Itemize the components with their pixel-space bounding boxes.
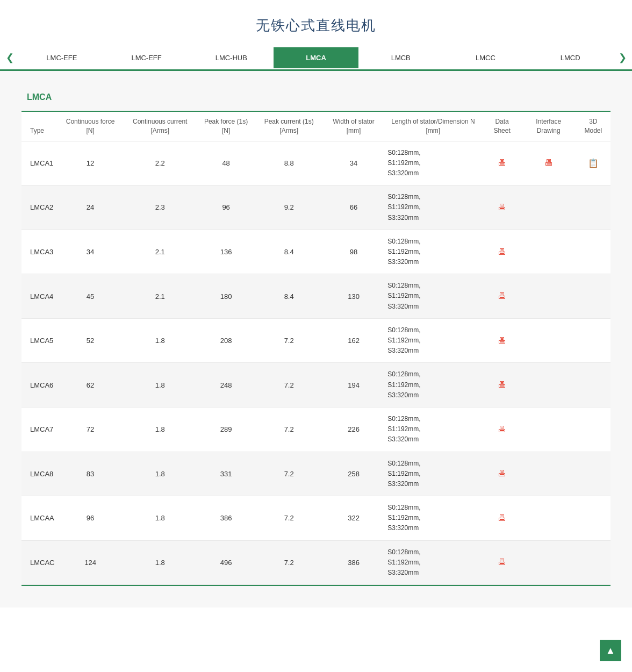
cell-type: LMCA5 [21,318,59,363]
cell-data-sheet[interactable]: 🖶 [483,318,521,363]
cell-continuous-current: 1.8 [122,496,198,541]
cell-data-sheet[interactable]: 🖶 [483,496,521,541]
cell-width-stator: 258 [324,452,383,496]
cell-continuous-current: 1.8 [122,452,198,496]
cell-data-sheet[interactable]: 🖶 [483,274,521,319]
cell-width-stator: 34 [324,141,383,185]
cell-continuous-force: 45 [59,274,122,319]
cell-continuous-force: 96 [59,496,122,541]
cell-3d-model [576,407,611,452]
page-title: 无铁心式直线电机 [0,0,632,46]
cell-peak-force: 48 [198,141,254,185]
cell-3d-model [576,540,611,585]
cell-continuous-current: 1.8 [122,318,198,363]
col-header-type: Type [21,112,59,141]
table-wrapper: Type Continuous force [N] Continuous cur… [21,111,611,586]
tab-lmc-efe[interactable]: LMC-EFE [19,47,104,68]
col-header-continuous-force: Continuous force [N] [59,112,122,141]
cell-peak-current: 7.2 [254,363,324,408]
cell-data-sheet[interactable]: 🖶 [483,452,521,496]
cell-length-stator: S0:128mm,S1:192mm,S3:320mm [383,540,483,585]
cell-peak-force: 180 [198,274,254,319]
cell-type: LMCA4 [21,274,59,319]
cell-3d-model [576,318,611,363]
cell-interface-drawing [521,540,576,585]
pdf-icon[interactable]: 🖶 [498,336,506,345]
cell-data-sheet[interactable]: 🖶 [483,363,521,408]
tab-lmc-hub[interactable]: LMC-HUB [189,47,274,68]
pdf-icon[interactable]: 🖶 [498,247,506,256]
cell-length-stator: S0:128mm,S1:192mm,S3:320mm [383,407,483,452]
pdf-icon[interactable]: 🖶 [498,469,506,478]
cell-peak-current: 8.8 [254,141,324,185]
cell-3d-model [576,452,611,496]
cell-3d-model [576,185,611,230]
cell-continuous-force: 12 [59,141,122,185]
interface-drawing-icon[interactable]: 🖶 [544,158,553,167]
cell-width-stator: 322 [324,496,383,541]
cell-continuous-current: 1.8 [122,407,198,452]
pdf-icon[interactable]: 🖶 [498,513,506,523]
cell-width-stator: 66 [324,185,383,230]
cell-type: LMCA8 [21,452,59,496]
pdf-icon[interactable]: 🖶 [498,425,506,434]
tab-lmca[interactable]: LMCA [274,47,358,68]
cell-type: LMCA3 [21,230,59,274]
cell-peak-current: 7.2 [254,452,324,496]
cell-interface-drawing [521,452,576,496]
tab-items: LMC-EFE LMC-EFF LMC-HUB LMCA LMCB LMCC L… [19,47,613,68]
cell-width-stator: 194 [324,363,383,408]
cell-peak-current: 9.2 [254,185,324,230]
cell-width-stator: 386 [324,540,383,585]
cell-peak-force: 496 [198,540,254,585]
col-header-length-stator: Length of stator/Dimension N [mm] [383,112,483,141]
cell-peak-current: 7.2 [254,407,324,452]
cell-peak-force: 208 [198,318,254,363]
cell-length-stator: S0:128mm,S1:192mm,S3:320mm [383,363,483,408]
cell-continuous-force: 83 [59,452,122,496]
cell-data-sheet[interactable]: 🖶 [483,540,521,585]
cell-type: LMCAC [21,540,59,585]
cell-data-sheet[interactable]: 🖶 [483,407,521,452]
cell-interface-drawing[interactable]: 🖶 [521,141,576,185]
cell-data-sheet[interactable]: 🖶 [483,141,521,185]
tab-next-arrow[interactable]: ❯ [613,46,632,69]
cell-interface-drawing [521,496,576,541]
pdf-icon[interactable]: 🖶 [498,158,506,167]
3d-model-icon[interactable]: 📋 [588,159,599,168]
cell-continuous-current: 2.1 [122,274,198,319]
tab-lmcb[interactable]: LMCB [358,47,443,68]
pdf-icon[interactable]: 🖶 [498,557,506,567]
cell-length-stator: S0:128mm,S1:192mm,S3:320mm [383,230,483,274]
tab-lmc-eff[interactable]: LMC-EFF [104,47,189,68]
pdf-icon[interactable]: 🖶 [498,380,506,389]
table-row: LMCA1 12 2.2 48 8.8 34 S0:128mm,S1:192mm… [21,141,611,185]
table-row: LMCA8 83 1.8 331 7.2 258 S0:128mm,S1:192… [21,452,611,496]
tab-prev-arrow[interactable]: ❮ [0,46,19,69]
pdf-icon[interactable]: 🖶 [498,291,506,301]
section-title: LMCA [27,92,616,102]
cell-3d-model [576,274,611,319]
cell-peak-current: 8.4 [254,274,324,319]
cell-data-sheet[interactable]: 🖶 [483,185,521,230]
cell-3d-model [576,496,611,541]
table-row: LMCA3 34 2.1 136 8.4 98 S0:128mm,S1:192m… [21,230,611,274]
cell-interface-drawing [521,230,576,274]
cell-peak-force: 96 [198,185,254,230]
cell-interface-drawing [521,274,576,319]
cell-3d-model[interactable]: 📋 [576,141,611,185]
cell-type: LMCA2 [21,185,59,230]
cell-type: LMCA1 [21,141,59,185]
cell-peak-current: 7.2 [254,540,324,585]
cell-continuous-force: 62 [59,363,122,408]
cell-length-stator: S0:128mm,S1:192mm,S3:320mm [383,452,483,496]
pdf-icon[interactable]: 🖶 [498,203,506,212]
cell-peak-force: 331 [198,452,254,496]
tab-lmcc[interactable]: LMCC [443,47,528,68]
cell-interface-drawing [521,363,576,408]
table-row: LMCA6 62 1.8 248 7.2 194 S0:128mm,S1:192… [21,363,611,408]
tab-lmcd[interactable]: LMCD [528,47,613,68]
cell-continuous-current: 2.2 [122,141,198,185]
cell-type: LMCAA [21,496,59,541]
cell-data-sheet[interactable]: 🖶 [483,230,521,274]
